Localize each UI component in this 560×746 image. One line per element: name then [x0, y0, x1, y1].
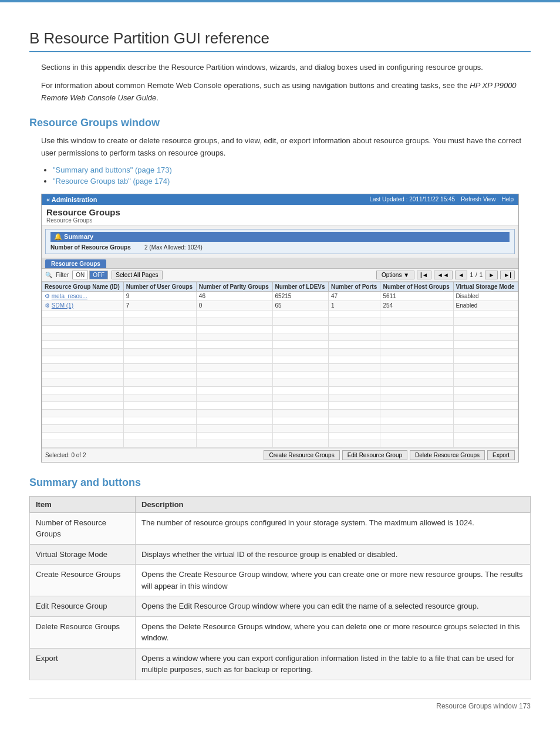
bullet-item-2[interactable]: "Resource Groups tab" (page 174): [53, 177, 531, 185]
topbar-right: Last Updated : 2011/11/22 15:45 Refresh …: [369, 196, 514, 202]
section-resource-groups-window-desc: Use this window to create or delete reso…: [41, 135, 531, 160]
ref-col-item: Item: [30, 496, 136, 512]
table-empty-row: [42, 363, 518, 371]
nav-last-button[interactable]: ►|: [500, 271, 515, 279]
ref-item: Number of Resource Groups: [30, 512, 136, 544]
table-empty-row: [42, 379, 518, 386]
table-empty-row: [42, 318, 518, 325]
table-row[interactable]: ⚙ meta_resou... 9 46 65215 47 5611 Disab…: [42, 291, 518, 301]
delete-resource-groups-button[interactable]: Delete Resource Groups: [410, 450, 485, 460]
col-header-ports: Number of Ports: [328, 282, 380, 291]
screenshot-toolbar: 🔍 Filter ON OFF Select All Pages Options…: [42, 269, 518, 282]
ref-table-row: Number of Resource Groups The number of …: [30, 512, 531, 544]
admin-label[interactable]: « Administration: [46, 196, 369, 203]
footer-text: Resource Groups window 173: [436, 702, 531, 710]
edit-resource-group-button[interactable]: Edit Resource Group: [342, 450, 407, 460]
summary-row: Number of Resource Groups 2 (Max Allowed…: [50, 244, 510, 251]
filter-toggle[interactable]: ON OFF: [72, 271, 108, 279]
cell-host-groups: 254: [380, 301, 453, 310]
ref-col-description: Description: [136, 496, 531, 512]
table-header-row: Resource Group Name (ID) Number of User …: [42, 282, 518, 291]
filter-on-option[interactable]: ON: [72, 271, 88, 279]
last-updated: Last Updated : 2011/11/22 15:45: [369, 196, 455, 202]
cell-vsm: Disabled: [453, 291, 518, 301]
cell-ports: 47: [328, 291, 380, 301]
export-button[interactable]: Export: [487, 450, 515, 460]
resource-groups-tab[interactable]: Resource Groups: [45, 259, 106, 268]
ref-table-row: Edit Resource Group Opens the Edit Resou…: [30, 596, 531, 617]
ref-description: The number of resource groups configured…: [136, 512, 531, 544]
screenshot-page-title: Resource Groups: [46, 207, 514, 217]
cell-vsm: Enabled: [453, 301, 518, 310]
ref-table-row: Export Opens a window where you can expo…: [30, 648, 531, 680]
nav-prev-prev-button[interactable]: ◄◄: [434, 271, 453, 279]
ref-item: Export: [30, 648, 136, 680]
screenshot-bottom-bar: Selected: 0 of 2 Create Resource Groups …: [42, 448, 518, 462]
select-all-pages-button[interactable]: Select All Pages: [112, 271, 162, 279]
cell-name[interactable]: ⚙ meta_resou...: [42, 291, 124, 301]
summary-label: Number of Resource Groups: [50, 244, 144, 251]
cell-host-groups: 5611: [380, 291, 453, 301]
page-separator: /: [475, 272, 477, 278]
table-empty-row: [42, 310, 518, 318]
cell-user-groups: 9: [123, 291, 196, 301]
cell-name[interactable]: ⚙ SDM (1): [42, 301, 124, 310]
nav-first-button[interactable]: |◄: [417, 271, 431, 279]
table-empty-row: [42, 333, 518, 340]
table-empty-row: [42, 417, 518, 424]
screenshot-tab-bar: Resource Groups: [42, 258, 518, 269]
page-current: 1: [470, 272, 473, 278]
page-footer: Resource Groups window 173: [29, 698, 531, 710]
toolbar-right: Options ▼ |◄ ◄◄ ◄ 1 / 1 ► ►|: [376, 271, 515, 279]
ref-table-row: Delete Resource Groups Opens the Delete …: [30, 616, 531, 648]
screenshot: « Administration Last Updated : 2011/11/…: [41, 194, 519, 463]
table-row[interactable]: ⚙ SDM (1) 7 0 65 1 254 Enabled: [42, 301, 518, 310]
intro-paragraph-2: For information about common Remote Web …: [41, 80, 531, 104]
intro-paragraph-1: Sections in this appendix describe the R…: [41, 62, 531, 74]
cell-ldevs: 65: [272, 301, 328, 310]
italic-title: HP XP P9000 Remote Web Console User Guid…: [41, 81, 517, 102]
screenshot-topbar: « Administration Last Updated : 2011/11/…: [42, 194, 518, 205]
summary-buttons-title: Summary and buttons: [29, 477, 531, 489]
bullet-link-1[interactable]: "Summary and buttons" (page 173): [53, 166, 172, 174]
filter-icon: 🔍: [45, 272, 52, 278]
options-button[interactable]: Options ▼: [376, 271, 414, 279]
filter-off-option[interactable]: OFF: [89, 271, 108, 279]
table-empty-row: [42, 348, 518, 356]
cell-parity-groups: 46: [196, 291, 272, 301]
table-empty-row: [42, 440, 518, 447]
table-empty-row: [42, 424, 518, 432]
nav-prev-button[interactable]: ◄: [455, 271, 468, 279]
table-empty-row: [42, 401, 518, 409]
refresh-view-button[interactable]: Refresh View: [461, 196, 495, 202]
ref-item: Edit Resource Group: [30, 596, 136, 617]
cell-parity-groups: 0: [196, 301, 272, 310]
resource-groups-table: Resource Group Name (ID) Number of User …: [42, 282, 518, 448]
bullet-link-2[interactable]: "Resource Groups tab" (page 174): [53, 177, 170, 185]
help-button[interactable]: Help: [501, 196, 514, 202]
filter-label: Filter: [56, 272, 69, 278]
screenshot-breadcrumb: Resource Groups: [46, 217, 514, 224]
action-buttons: Create Resource Groups Edit Resource Gro…: [264, 450, 515, 460]
chapter-title: B Resource Partition GUI reference: [29, 29, 531, 52]
page-total: 1: [480, 272, 483, 278]
table-empty-row: [42, 386, 518, 394]
col-header-user-groups: Number of User Groups: [123, 282, 196, 291]
section-resource-groups-window-title: Resource Groups window: [29, 117, 531, 129]
ref-item: Delete Resource Groups: [30, 616, 136, 648]
col-header-ldevs: Number of LDEVs: [272, 282, 328, 291]
cell-user-groups: 7: [123, 301, 196, 310]
ref-description: Opens the Delete Resource Groups window,…: [136, 616, 531, 648]
summary-value: 2 (Max Allowed: 1024): [144, 244, 203, 251]
selected-info: Selected: 0 of 2: [45, 452, 264, 458]
nav-next-button[interactable]: ►: [485, 271, 498, 279]
table-empty-row: [42, 356, 518, 363]
create-resource-groups-button[interactable]: Create Resource Groups: [264, 450, 339, 460]
section-bullets: "Summary and buttons" (page 173) "Resour…: [53, 166, 531, 185]
summary-header: 🔔 Summary: [50, 232, 510, 242]
screenshot-summary-panel: 🔔 Summary Number of Resource Groups 2 (M…: [45, 229, 515, 254]
table-empty-row: [42, 409, 518, 417]
bullet-item-1[interactable]: "Summary and buttons" (page 173): [53, 166, 531, 174]
cell-ldevs: 65215: [272, 291, 328, 301]
col-header-parity-groups: Number of Parity Groups: [196, 282, 272, 291]
